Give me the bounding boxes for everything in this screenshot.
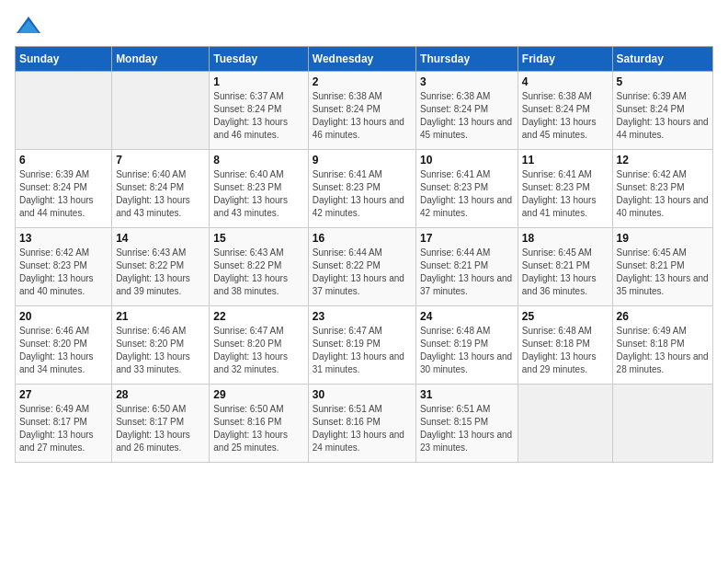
calendar-cell <box>16 72 112 150</box>
calendar-week-row: 1Sunrise: 6:37 AM Sunset: 8:24 PM Daylig… <box>16 72 713 150</box>
day-number: 2 <box>313 75 412 88</box>
day-info: Sunrise: 6:46 AM Sunset: 8:20 PM Dayligh… <box>116 325 205 376</box>
calendar-cell <box>112 72 210 150</box>
weekday-header: Sunday <box>16 47 112 72</box>
calendar-cell: 7Sunrise: 6:40 AM Sunset: 8:24 PM Daylig… <box>112 150 210 228</box>
day-info: Sunrise: 6:39 AM Sunset: 8:24 PM Dayligh… <box>19 168 108 220</box>
day-number: 1 <box>213 75 303 88</box>
calendar-cell: 28Sunrise: 6:50 AM Sunset: 8:17 PM Dayli… <box>112 385 210 463</box>
day-number: 21 <box>116 310 205 323</box>
weekday-header: Tuesday <box>210 47 308 72</box>
calendar-week-row: 27Sunrise: 6:49 AM Sunset: 8:17 PM Dayli… <box>16 385 713 463</box>
weekday-header: Monday <box>112 47 210 72</box>
day-info: Sunrise: 6:50 AM Sunset: 8:17 PM Dayligh… <box>116 403 205 454</box>
calendar-cell: 21Sunrise: 6:46 AM Sunset: 8:20 PM Dayli… <box>112 306 210 385</box>
day-info: Sunrise: 6:42 AM Sunset: 8:23 PM Dayligh… <box>19 247 108 298</box>
calendar-cell <box>518 385 612 463</box>
day-number: 6 <box>19 154 108 167</box>
day-number: 9 <box>313 154 412 167</box>
calendar-cell: 24Sunrise: 6:48 AM Sunset: 8:19 PM Dayli… <box>416 306 518 385</box>
calendar-cell: 4Sunrise: 6:38 AM Sunset: 8:24 PM Daylig… <box>518 72 612 150</box>
day-number: 3 <box>420 75 514 88</box>
calendar-cell: 26Sunrise: 6:49 AM Sunset: 8:18 PM Dayli… <box>612 306 712 385</box>
calendar-cell: 11Sunrise: 6:41 AM Sunset: 8:23 PM Dayli… <box>518 150 612 228</box>
day-info: Sunrise: 6:50 AM Sunset: 8:16 PM Dayligh… <box>213 403 303 454</box>
calendar-cell: 9Sunrise: 6:41 AM Sunset: 8:23 PM Daylig… <box>308 150 415 228</box>
day-info: Sunrise: 6:40 AM Sunset: 8:24 PM Dayligh… <box>116 168 205 220</box>
day-number: 24 <box>420 310 514 323</box>
day-number: 29 <box>213 388 303 401</box>
day-info: Sunrise: 6:41 AM Sunset: 8:23 PM Dayligh… <box>522 168 609 220</box>
day-number: 12 <box>617 154 709 167</box>
calendar-cell: 2Sunrise: 6:38 AM Sunset: 8:24 PM Daylig… <box>308 72 415 150</box>
calendar-cell: 18Sunrise: 6:45 AM Sunset: 8:21 PM Dayli… <box>518 228 612 306</box>
calendar-table: SundayMondayTuesdayWednesdayThursdayFrid… <box>15 46 713 463</box>
calendar-cell: 3Sunrise: 6:38 AM Sunset: 8:24 PM Daylig… <box>416 72 518 150</box>
weekday-header-row: SundayMondayTuesdayWednesdayThursdayFrid… <box>16 47 713 72</box>
calendar-cell: 20Sunrise: 6:46 AM Sunset: 8:20 PM Dayli… <box>16 306 112 385</box>
day-info: Sunrise: 6:39 AM Sunset: 8:24 PM Dayligh… <box>617 90 709 142</box>
day-info: Sunrise: 6:51 AM Sunset: 8:16 PM Dayligh… <box>313 403 412 454</box>
day-number: 4 <box>522 75 609 88</box>
day-info: Sunrise: 6:48 AM Sunset: 8:19 PM Dayligh… <box>420 325 514 376</box>
day-info: Sunrise: 6:49 AM Sunset: 8:18 PM Dayligh… <box>617 325 709 376</box>
calendar-cell: 14Sunrise: 6:43 AM Sunset: 8:22 PM Dayli… <box>112 228 210 306</box>
day-info: Sunrise: 6:41 AM Sunset: 8:23 PM Dayligh… <box>420 168 514 220</box>
day-info: Sunrise: 6:38 AM Sunset: 8:24 PM Dayligh… <box>420 90 514 142</box>
day-number: 18 <box>522 232 609 245</box>
day-number: 28 <box>116 388 205 401</box>
calendar-cell: 12Sunrise: 6:42 AM Sunset: 8:23 PM Dayli… <box>612 150 712 228</box>
day-info: Sunrise: 6:37 AM Sunset: 8:24 PM Dayligh… <box>213 90 303 142</box>
logo-icon <box>15 15 42 37</box>
day-number: 20 <box>19 310 108 323</box>
day-info: Sunrise: 6:38 AM Sunset: 8:24 PM Dayligh… <box>522 90 609 142</box>
day-number: 31 <box>420 388 514 401</box>
day-number: 25 <box>522 310 609 323</box>
weekday-header: Wednesday <box>308 47 415 72</box>
calendar-cell: 17Sunrise: 6:44 AM Sunset: 8:21 PM Dayli… <box>416 228 518 306</box>
day-number: 27 <box>19 388 108 401</box>
day-number: 14 <box>116 232 205 245</box>
day-number: 23 <box>313 310 412 323</box>
day-number: 19 <box>617 232 709 245</box>
day-number: 30 <box>313 388 412 401</box>
calendar-cell: 13Sunrise: 6:42 AM Sunset: 8:23 PM Dayli… <box>16 228 112 306</box>
calendar-cell: 16Sunrise: 6:44 AM Sunset: 8:22 PM Dayli… <box>308 228 415 306</box>
calendar-week-row: 20Sunrise: 6:46 AM Sunset: 8:20 PM Dayli… <box>16 306 713 385</box>
day-info: Sunrise: 6:47 AM Sunset: 8:20 PM Dayligh… <box>213 325 303 376</box>
day-number: 13 <box>19 232 108 245</box>
calendar-cell: 31Sunrise: 6:51 AM Sunset: 8:15 PM Dayli… <box>416 385 518 463</box>
day-info: Sunrise: 6:46 AM Sunset: 8:20 PM Dayligh… <box>19 325 108 376</box>
day-number: 17 <box>420 232 514 245</box>
calendar-cell: 15Sunrise: 6:43 AM Sunset: 8:22 PM Dayli… <box>210 228 308 306</box>
day-info: Sunrise: 6:44 AM Sunset: 8:21 PM Dayligh… <box>420 247 514 298</box>
calendar-week-row: 13Sunrise: 6:42 AM Sunset: 8:23 PM Dayli… <box>16 228 713 306</box>
day-info: Sunrise: 6:47 AM Sunset: 8:19 PM Dayligh… <box>313 325 412 376</box>
calendar-cell: 23Sunrise: 6:47 AM Sunset: 8:19 PM Dayli… <box>308 306 415 385</box>
weekday-header: Saturday <box>612 47 712 72</box>
calendar-cell: 6Sunrise: 6:39 AM Sunset: 8:24 PM Daylig… <box>16 150 112 228</box>
day-number: 15 <box>213 232 303 245</box>
weekday-header: Friday <box>518 47 612 72</box>
calendar-cell: 1Sunrise: 6:37 AM Sunset: 8:24 PM Daylig… <box>210 72 308 150</box>
day-number: 26 <box>617 310 709 323</box>
day-number: 11 <box>522 154 609 167</box>
day-number: 8 <box>213 154 303 167</box>
calendar-cell: 25Sunrise: 6:48 AM Sunset: 8:18 PM Dayli… <box>518 306 612 385</box>
day-info: Sunrise: 6:38 AM Sunset: 8:24 PM Dayligh… <box>313 90 412 142</box>
day-info: Sunrise: 6:48 AM Sunset: 8:18 PM Dayligh… <box>522 325 609 376</box>
day-number: 16 <box>313 232 412 245</box>
calendar-cell: 5Sunrise: 6:39 AM Sunset: 8:24 PM Daylig… <box>612 72 712 150</box>
calendar-cell: 29Sunrise: 6:50 AM Sunset: 8:16 PM Dayli… <box>210 385 308 463</box>
day-info: Sunrise: 6:49 AM Sunset: 8:17 PM Dayligh… <box>19 403 108 454</box>
day-info: Sunrise: 6:42 AM Sunset: 8:23 PM Dayligh… <box>617 168 709 220</box>
weekday-header: Thursday <box>416 47 518 72</box>
day-info: Sunrise: 6:45 AM Sunset: 8:21 PM Dayligh… <box>522 247 609 298</box>
day-number: 5 <box>617 75 709 88</box>
calendar-cell: 8Sunrise: 6:40 AM Sunset: 8:23 PM Daylig… <box>210 150 308 228</box>
day-info: Sunrise: 6:45 AM Sunset: 8:21 PM Dayligh… <box>617 247 709 298</box>
day-number: 10 <box>420 154 514 167</box>
calendar-cell: 30Sunrise: 6:51 AM Sunset: 8:16 PM Dayli… <box>308 385 415 463</box>
day-info: Sunrise: 6:44 AM Sunset: 8:22 PM Dayligh… <box>313 247 412 298</box>
day-info: Sunrise: 6:43 AM Sunset: 8:22 PM Dayligh… <box>213 247 303 298</box>
